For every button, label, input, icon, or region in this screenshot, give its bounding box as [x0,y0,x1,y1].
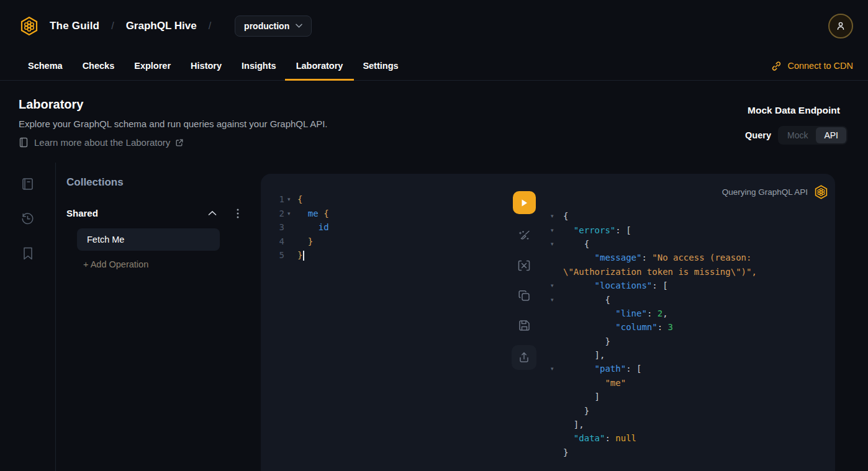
tab-history[interactable]: History [191,52,222,80]
json-text: "path": [ [563,364,641,374]
execute-button[interactable] [513,191,536,214]
line-number: 3 [261,222,284,232]
query-line[interactable]: 1▾{ [261,192,509,207]
connect-to-cdn-button[interactable]: Connect to CDN [771,61,853,71]
fold-arrow-icon[interactable]: ▾ [549,282,563,289]
fold-arrow-icon[interactable]: ▾ [549,297,563,303]
response-line: ], [549,348,834,362]
query-line[interactable]: 4 } [261,235,509,249]
response-line: ▾{ [549,209,834,223]
add-operation-button[interactable]: + Add Operation [83,259,261,269]
page-title: Laboratory [19,97,83,112]
collection-group-shared[interactable]: Shared [66,208,239,218]
json-text: } [563,336,610,346]
link-icon [771,61,782,71]
play-icon [519,198,529,208]
json-text: ] [563,392,600,401]
response-line: } [549,446,834,459]
query-editor[interactable]: 1▾{2▾ me {3 id4 }5} [261,192,509,262]
fold-arrow-icon[interactable]: ▾ [284,196,297,202]
response-line: ], [549,418,834,431]
response-line: ▾ "path": [ [549,362,834,375]
response-body[interactable]: ▾{▾ "errors": [▾ { "message": "No access… [549,209,834,459]
project-tabs: SchemaChecksExplorerHistoryInsightsLabor… [0,52,868,81]
json-text: "me" [563,378,626,388]
fold-arrow-icon[interactable]: ▾ [284,210,297,217]
tab-explorer[interactable]: Explorer [134,52,171,80]
mock-endpoint-title: Mock Data Endpoint [748,105,840,116]
copy-icon[interactable] [512,280,536,310]
code-text: { [297,194,302,204]
json-text: "message": "No access (reason: [563,253,751,262]
docs-icon[interactable] [20,177,35,191]
query-line[interactable]: 5} [261,248,509,262]
json-text: "data": null [563,433,636,443]
query-line[interactable]: 2▾ me { [261,207,509,221]
toggle-option-api[interactable]: API [816,127,846,143]
merge-icon[interactable] [512,251,536,280]
bookmark-icon[interactable] [22,246,34,261]
endpoint-toggle-label: Query [745,130,771,140]
json-text: "column": 3 [563,322,673,332]
text-cursor [303,251,304,261]
response-line: "line": 2, [549,307,834,320]
json-text: ], [563,419,584,429]
line-number: 4 [261,236,284,246]
response-line: ▾ { [549,237,834,251]
editor-toolbar [510,191,538,370]
external-link-icon [176,139,183,146]
tab-laboratory[interactable]: Laboratory [296,52,343,80]
tab-settings[interactable]: Settings [363,52,398,80]
hive-logo-icon[interactable] [19,16,40,37]
response-line: } [549,403,834,417]
response-line: "message": "No access (reason: [549,251,834,264]
query-line[interactable]: 3 id [261,220,509,235]
json-text: "locations": [ [563,280,668,290]
connect-to-cdn-label: Connect to CDN [787,61,853,71]
toggle-option-mock[interactable]: Mock [779,127,816,143]
learn-more-label: Learn more about the Laboratory [34,137,170,148]
json-text: } [563,447,568,457]
line-number: 2 [261,209,284,218]
collections-title: Collections [66,176,261,189]
fold-arrow-icon[interactable]: ▾ [549,366,563,372]
breadcrumb-project[interactable]: GraphQL Hive [126,20,197,32]
prettify-icon[interactable] [512,221,536,251]
code-text: me { [297,209,329,218]
person-icon [836,21,846,31]
fold-arrow-icon[interactable]: ▾ [549,241,563,247]
response-line: ] [549,390,834,403]
code-text: id [297,222,329,232]
json-text: { [563,239,589,249]
save-icon[interactable] [512,310,536,340]
tabs-list: SchemaChecksExplorerHistoryInsightsLabor… [28,52,399,80]
collection-group-label: Shared [66,208,208,218]
page-subtitle: Explore your GraphQL schema and run quer… [19,119,328,129]
json-text: { [563,211,568,221]
learn-more-link[interactable]: Learn more about the Laboratory [19,132,183,148]
fold-arrow-icon[interactable]: ▾ [549,213,563,219]
response-line: ▾ { [549,292,834,306]
tab-schema[interactable]: Schema [28,52,63,80]
fold-arrow-icon[interactable]: ▾ [549,227,563,233]
share-icon[interactable] [512,345,536,370]
brand-name[interactable]: The Guild [50,20,99,32]
chevron-up-icon[interactable] [208,210,217,216]
breadcrumb-separator: / [111,20,114,32]
book-icon [19,137,29,148]
kebab-menu-icon[interactable] [237,209,239,218]
history-icon[interactable] [20,212,35,226]
page-header: Laboratory Explore your GraphQL schema a… [0,81,868,163]
json-text: ], [563,350,605,360]
code-text: } [297,236,313,246]
hive-logo-icon [813,184,829,200]
tab-insights[interactable]: Insights [242,52,276,80]
app-window: The Guild / GraphQL Hive / production Sc… [0,0,868,471]
chevron-down-icon [296,24,302,28]
operation-item[interactable]: Fetch Me [77,228,220,251]
tab-checks[interactable]: Checks [83,52,115,80]
json-text: "line": 2, [563,308,668,318]
line-number: 1 [261,194,284,204]
target-selector[interactable]: production [235,16,312,37]
user-avatar[interactable] [828,14,853,38]
